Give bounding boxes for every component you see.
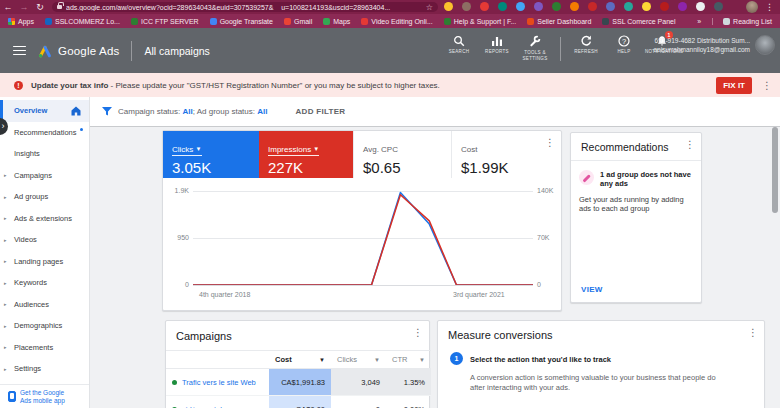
account-info[interactable]: 691-919-4682 Distribution Sum... anisurr… — [653, 37, 750, 54]
sidebar-item-ad-groups[interactable]: ▸ Ad groups — [0, 186, 89, 208]
metric-value: $1.99K — [461, 159, 540, 176]
bookmark-item[interactable]: Help & Support | F... — [444, 18, 517, 25]
bookmark-item[interactable]: Google Translate — [210, 18, 273, 25]
globe-favicon — [602, 18, 609, 25]
reports-button[interactable]: REPORTS — [478, 35, 516, 55]
table-row-campaign-name[interactable]: Trafic vers le site Web — [166, 369, 269, 396]
sidebar-item-audiences[interactable]: ▸ Audiences — [0, 294, 89, 316]
metric-chip-clicks[interactable]: Clicks ▼ 3.05K — [163, 131, 259, 178]
cell-cost[interactable]: CA$1,991.83 — [269, 369, 331, 396]
add-filter-button[interactable]: ADD FILTER — [295, 107, 345, 116]
back-icon[interactable]: ← — [0, 0, 16, 14]
sidebar-item-campaigns[interactable]: ▸ Campaigns — [0, 165, 89, 187]
bookmark-item[interactable]: Video Editing Onli... — [361, 18, 432, 25]
extension-icon[interactable] — [606, 2, 615, 11]
browser-menu-icon[interactable]: ⋮ — [765, 0, 774, 14]
google-ads-logo[interactable]: Google Ads — [38, 44, 119, 58]
bookmark-item[interactable]: Reading List — [712, 18, 772, 25]
x-axis-line — [193, 285, 533, 286]
video-favicon — [361, 18, 368, 25]
google-ads-logo-icon — [38, 44, 52, 58]
page-scrollbar-thumb[interactable] — [772, 127, 778, 213]
extension-icon[interactable] — [660, 2, 669, 11]
recommendations-menu-icon[interactable]: ⋮ — [685, 139, 695, 150]
bookmark-item[interactable]: SSL Comerce Panel — [602, 18, 675, 25]
extension-icon[interactable] — [570, 2, 579, 11]
cell-cost[interactable]: CA$0.00 — [269, 396, 331, 408]
help-button[interactable]: ? HELP — [605, 35, 643, 55]
sidebar-item-landing-pages[interactable]: ▸ Landing pages — [0, 251, 89, 273]
metric-chip-impressions[interactable]: Impressions ▼ 227K — [259, 131, 353, 178]
sidebar-item-recommendations[interactable]: Recommendations — [0, 122, 89, 144]
bookmark-star-icon[interactable]: ☆ — [426, 3, 433, 12]
extension-icon[interactable] — [480, 2, 489, 11]
extension-icon[interactable] — [642, 2, 651, 11]
metric-chip-cost[interactable]: Cost $1.99K — [451, 131, 549, 178]
column-header-ctr[interactable]: CTR▼ — [386, 350, 431, 369]
table-row-campaign-name[interactable]: vidéo youtube — [166, 396, 269, 408]
extension-icon[interactable] — [462, 2, 471, 11]
sidebar-item-insights[interactable]: Insights — [0, 143, 89, 165]
bookmark-item[interactable]: Maps — [323, 18, 350, 25]
tools-settings-button[interactable]: TOOLS & SETTINGS — [516, 35, 554, 61]
view-link[interactable]: VIEW — [581, 285, 603, 294]
status-enabled-icon — [172, 380, 177, 385]
extension-icon[interactable] — [588, 2, 597, 11]
filter-status-chip[interactable]: Campaign status: All; Ad group status: A… — [118, 107, 267, 116]
extension-icon[interactable] — [552, 2, 561, 11]
bookmark-item[interactable]: » — [697, 18, 701, 25]
bookmark-item[interactable]: ICC FTP SERVER — [131, 18, 199, 25]
column-header-cost[interactable]: Cost▼ — [269, 350, 331, 369]
phone-icon — [8, 391, 16, 402]
browser-profile-avatar[interactable] — [746, 1, 758, 13]
extension-icon[interactable] — [714, 2, 723, 11]
mobile-app-link[interactable]: Get the Google Ads mobile app — [0, 384, 89, 408]
bookmark-item[interactable]: Seller Dashboard — [527, 18, 591, 25]
extension-icon[interactable] — [516, 2, 525, 11]
search-button[interactable]: SEARCH — [440, 35, 478, 55]
cell-ctr[interactable]: 0.00% — [386, 396, 431, 408]
cell-clicks[interactable]: 3,049 — [331, 369, 386, 396]
url-text[interactable]: ads.google.com/aw/overview?ocid=28963404… — [66, 4, 422, 11]
campaigns-menu-icon[interactable]: ⋮ — [413, 327, 423, 338]
alert-menu-icon[interactable]: ⋮ — [762, 80, 772, 91]
bookmark-item[interactable]: Gmail — [284, 18, 312, 25]
extension-icon[interactable] — [624, 2, 633, 11]
metric-chips: Clicks ▼ 3.05K Impressions ▼ 227K Avg. C… — [163, 131, 561, 178]
conversions-menu-icon[interactable]: ⋮ — [748, 327, 758, 338]
sidebar-item-ads-extensions[interactable]: ▸ Ads & extensions — [0, 208, 89, 230]
extension-icon[interactable] — [498, 2, 507, 11]
column-header-clicks[interactable]: Clicks▼ — [331, 350, 386, 369]
new-dot-icon — [80, 128, 83, 131]
expand-arrow-icon: ▸ — [4, 194, 7, 200]
sidebar-item-overview[interactable]: Overview — [0, 100, 89, 122]
bookmark-item[interactable]: Apps — [8, 18, 34, 25]
sidebar-item-settings[interactable]: ▸ Settings — [0, 358, 89, 380]
overview-card-menu-icon[interactable]: ⋮ — [545, 137, 555, 148]
overview-chart-plot[interactable] — [193, 191, 533, 285]
bookmarks-bar: AppsSSLCOMMERZ Lo...ICC FTP SERVERGoogle… — [0, 14, 780, 28]
browser-toolbar: ← → ↻ ads.google.com/aw/overview?ocid=28… — [0, 0, 780, 14]
metric-chip-avg-cpc[interactable]: Avg. CPC $0.65 — [353, 131, 451, 178]
forward-icon[interactable]: → — [16, 0, 32, 14]
extension-icon[interactable] — [696, 2, 705, 11]
bookmark-item[interactable]: SSLCOMMERZ Lo... — [45, 18, 120, 25]
extension-icon[interactable] — [444, 2, 453, 11]
sidebar-item-demographics[interactable]: ▸ Demographics — [0, 315, 89, 337]
menu-icon[interactable] — [13, 46, 26, 56]
expand-arrow-icon: ▸ — [4, 323, 7, 329]
refresh-button[interactable]: REFRESH — [567, 35, 605, 55]
extension-icon[interactable] — [678, 2, 687, 11]
cell-ctr[interactable]: 1.35% — [386, 369, 431, 396]
expand-arrow-icon: ▸ — [4, 280, 7, 286]
address-bar[interactable]: ads.google.com/aw/overview?ocid=28963404… — [52, 2, 438, 12]
cell-clicks[interactable]: 0 — [331, 396, 386, 408]
sidebar-item-keywords[interactable]: ▸ Keywords — [0, 272, 89, 294]
sidebar-item-placements[interactable]: ▸ Placements — [0, 337, 89, 359]
extension-icon[interactable] — [534, 2, 543, 11]
account-avatar[interactable] — [755, 35, 775, 55]
sidebar-item-videos[interactable]: ▸ Videos — [0, 229, 89, 251]
fix-it-button[interactable]: FIX IT — [716, 77, 752, 94]
account-name: 691-919-4682 Distribution Sum... — [653, 37, 750, 46]
reload-icon[interactable]: ↻ — [32, 0, 48, 14]
